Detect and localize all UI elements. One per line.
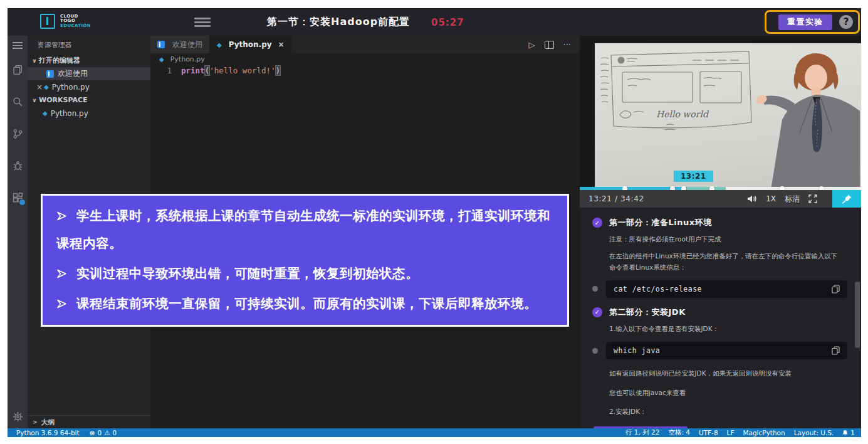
- outline-section[interactable]: > 大纲: [28, 415, 150, 428]
- explorer-header: 资源管理器: [28, 36, 150, 54]
- copy-icon[interactable]: [832, 346, 840, 355]
- tree-item-python-file[interactable]: ◆ Python.py: [28, 107, 150, 120]
- tab-python[interactable]: ◆ Python.py ×: [210, 36, 291, 53]
- brand-logo: CLOUD TOGO EDUCATION: [40, 14, 91, 29]
- source-control-icon[interactable]: [13, 129, 23, 139]
- code-line[interactable]: 1 print('hello world!'): [150, 65, 580, 75]
- keyboard-layout[interactable]: Layout: U.S.: [794, 429, 834, 436]
- tree-item-welcome[interactable]: 欢迎使用: [28, 67, 150, 80]
- tree-item-python-open[interactable]: × ◆ Python.py: [28, 80, 150, 93]
- section1-header: ✓ 第一部分：准备Linux环境: [592, 217, 861, 228]
- settings-gear-icon[interactable]: [13, 411, 23, 422]
- breadcrumb[interactable]: ◆ Python.py: [150, 53, 580, 65]
- command-text: which java: [614, 346, 660, 355]
- copy-icon[interactable]: [832, 285, 840, 293]
- chapter-marker[interactable]: [622, 186, 627, 191]
- python-version[interactable]: Python 3.6.9 64-bit: [16, 429, 80, 436]
- run-icon[interactable]: ▷: [529, 40, 535, 50]
- section2-note2: 您也可以使用javac来查看: [609, 388, 844, 398]
- chapter-marker[interactable]: [709, 186, 714, 191]
- notifications-indicator[interactable]: 1: [842, 429, 855, 436]
- logo-text: CLOUD TOGO EDUCATION: [60, 14, 91, 29]
- more-actions-icon[interactable]: ···: [563, 40, 571, 50]
- help-icon[interactable]: ?: [839, 15, 853, 29]
- debug-icon[interactable]: [13, 161, 23, 171]
- course-right-panel: Hello world: [580, 36, 861, 428]
- overlay-bullet: 学生上课时，系统根据上课的章节自动生成统一标准的实训环境，打通实训环境和课程内容…: [56, 202, 552, 257]
- reset-experiment-button[interactable]: 重置实验: [778, 14, 832, 30]
- code-paren-open: (: [205, 66, 210, 75]
- progress-bar[interactable]: [580, 187, 861, 190]
- section1-title: 第一部分：准备Linux环境: [609, 217, 712, 228]
- video-controls: 13:21 / 34:42 1X 标清: [580, 190, 861, 208]
- outline-label: 大纲: [41, 418, 55, 427]
- command-block[interactable]: cat /etc/os-release: [606, 280, 847, 298]
- chapter-marker[interactable]: [819, 186, 824, 191]
- logo-icon: [40, 14, 55, 29]
- command-text: cat /etc/os-release: [614, 285, 702, 293]
- workspace-section[interactable]: ∨ WORKSPACE: [28, 93, 150, 107]
- bullet-arrow-icon: [56, 299, 67, 309]
- step-dot-icon: [592, 348, 598, 354]
- menu-icon[interactable]: [194, 18, 211, 19]
- search-icon[interactable]: [13, 97, 23, 107]
- chapter-marker[interactable]: [681, 186, 686, 191]
- extensions-icon[interactable]: [13, 193, 23, 203]
- pin-button[interactable]: [832, 190, 861, 208]
- video-seek-tooltip: 13:21: [674, 171, 713, 182]
- speed-button[interactable]: 1X: [766, 194, 776, 203]
- section2-note1: 如有返回路径则说明已经安装JDK，如果无返回则说明没有安装: [609, 368, 844, 379]
- python-file-icon: ◆: [43, 110, 48, 117]
- bell-icon: [842, 430, 848, 436]
- explorer-icon[interactable]: [13, 65, 23, 75]
- code-keyword: print: [181, 66, 205, 75]
- topbar: CLOUD TOGO EDUCATION 第一节：安装Hadoop前配置 05:…: [8, 8, 861, 36]
- activity-bar: [8, 36, 28, 428]
- cursor-position[interactable]: 行 1, 列 22: [625, 428, 659, 437]
- section1-note: 注意：所有操作必须在root用户下完成: [609, 234, 844, 245]
- pin-icon: [842, 194, 852, 204]
- breadcrumb-item: Python.py: [170, 55, 205, 63]
- section1-desc: 在左边的组件中Linux环境已经为您准备好了，请在左下的命令行位置输入以下命令查…: [609, 251, 844, 273]
- promo-overlay: 学生上课时，系统根据上课的章节自动生成统一标准的实训环境，打通实训环境和课程内容…: [41, 194, 569, 327]
- command-block[interactable]: which java: [606, 342, 847, 359]
- chapter-marker[interactable]: [670, 186, 675, 191]
- close-icon[interactable]: ×: [35, 83, 44, 92]
- code-string: 'hello world!': [209, 66, 275, 75]
- quality-button[interactable]: 标清: [785, 194, 800, 204]
- check-circle-icon: ✓: [592, 307, 602, 317]
- line-number: 1: [150, 66, 181, 75]
- chapter-marker[interactable]: [780, 186, 785, 191]
- volume-icon[interactable]: [747, 194, 757, 203]
- open-editors-label: 打开的编辑器: [39, 56, 80, 65]
- chevron-right-icon: >: [33, 419, 38, 425]
- fullscreen-icon[interactable]: [808, 194, 817, 203]
- chevron-down-icon: ∨: [30, 97, 39, 103]
- error-icon: ⊗: [90, 429, 95, 436]
- next-section-button[interactable]: ✓ 进入下一节: [593, 426, 688, 428]
- highlight-annotation: 重置实验 ?: [765, 10, 860, 34]
- editor-actions: ▷ ···: [529, 36, 580, 53]
- open-editors-section[interactable]: ∨ 打开的编辑器: [28, 54, 150, 67]
- language-mode[interactable]: MagicPython: [743, 429, 785, 436]
- session-timer: 05:27: [431, 17, 464, 28]
- python-file-icon: ◆: [159, 56, 164, 63]
- code-paren-close: ): [276, 66, 281, 75]
- video-player[interactable]: Hello world: [580, 36, 861, 190]
- section2-header: ✓ 第二部分：安装JDK: [592, 307, 861, 318]
- error-count: 0: [97, 429, 102, 436]
- split-editor-icon[interactable]: [545, 41, 554, 49]
- indentation[interactable]: 空格: 4: [668, 428, 690, 437]
- problems-indicator[interactable]: ⊗ 0 ⚠ 0: [90, 429, 117, 436]
- encoding[interactable]: UTF-8: [699, 429, 718, 436]
- command-row: which java: [592, 342, 861, 359]
- page: CLOUD TOGO EDUCATION 第一节：安装Hadoop前配置 05:…: [0, 0, 868, 444]
- sidebar-menu-icon[interactable]: [13, 42, 23, 43]
- eol-sequence[interactable]: LF: [727, 429, 735, 436]
- tab-welcome[interactable]: 欢迎使用: [150, 36, 210, 53]
- extensions-badge: [19, 199, 26, 206]
- instructor-illustration: [752, 48, 860, 190]
- close-icon[interactable]: ×: [278, 40, 285, 49]
- chevron-down-icon: ∨: [30, 58, 39, 64]
- panel-scrollbar[interactable]: [855, 282, 860, 348]
